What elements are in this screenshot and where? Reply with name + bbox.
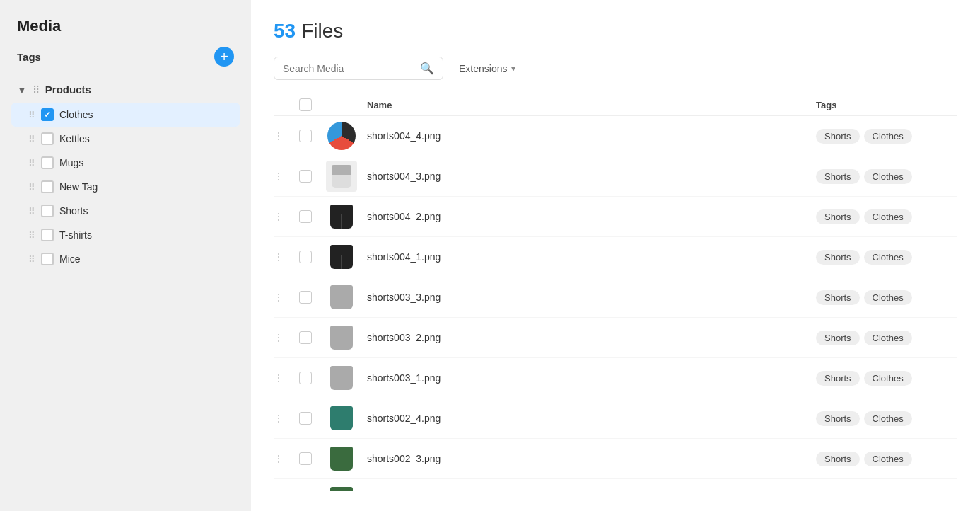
sidebar-item-new-tag[interactable]: ⠿ New Tag	[11, 175, 240, 199]
row-drag-handle[interactable]: ⋮	[274, 332, 293, 343]
row-drag-handle[interactable]: ⋮	[274, 211, 293, 222]
row-drag-handle[interactable]: ⋮	[274, 130, 293, 142]
header-checkbox-spacer	[299, 98, 319, 111]
chevron-down-icon: ▼	[17, 84, 27, 96]
sidebar-item-mice[interactable]: ⠿ Mice	[11, 247, 240, 271]
table-row: ⋮ shorts004_1.png ShortsClothes	[274, 237, 957, 277]
drag-handle-icon: ⠿	[28, 158, 35, 168]
toolbar: 🔍 Extensions ▾	[274, 57, 957, 80]
extensions-button[interactable]: Extensions ▾	[452, 59, 523, 79]
tag-pills: ShortsClothes	[816, 452, 957, 466]
tag-label-mugs: Mugs	[59, 157, 83, 168]
table-row: ⋮ shorts002_2.png ShortsClothes	[274, 479, 957, 491]
table-row: ⋮ shorts002_3.png ShortsClothes	[274, 439, 957, 479]
table-row: ⋮ shorts004_3.png ShortsClothes	[274, 156, 957, 197]
row-drag-handle[interactable]: ⋮	[274, 372, 293, 384]
row-checkbox[interactable]	[299, 372, 312, 384]
tag-pill: Shorts	[816, 331, 860, 345]
file-rows: ⋮ shorts004_4.png ShortsClothes ⋮ shorts…	[274, 116, 957, 491]
row-drag-handle[interactable]: ⋮	[274, 171, 293, 182]
file-name: shorts004_2.png	[367, 211, 810, 222]
tag-label-t-shirts: T-shirts	[59, 229, 92, 241]
file-thumbnail	[325, 482, 358, 491]
tag-checkbox-kettles[interactable]	[41, 132, 54, 145]
file-thumbnail	[325, 442, 358, 476]
sidebar-item-clothes[interactable]: ⠿ Clothes	[11, 103, 240, 127]
file-thumbnail	[325, 401, 358, 435]
tag-checkbox-shorts[interactable]	[41, 205, 54, 217]
tag-checkbox-new-tag[interactable]	[41, 180, 54, 193]
tag-pill: Shorts	[816, 290, 860, 305]
table-row: ⋮ shorts004_4.png ShortsClothes	[274, 116, 957, 156]
tag-label-mice: Mice	[59, 253, 81, 265]
table-row: ⋮ shorts003_1.png ShortsClothes	[274, 358, 957, 398]
file-name: shorts004_3.png	[367, 171, 810, 182]
sidebar-item-shorts[interactable]: ⠿ Shorts	[11, 199, 240, 223]
table-header: Name Tags	[274, 94, 957, 116]
tag-label-clothes: Clothes	[59, 109, 93, 120]
row-drag-handle[interactable]: ⋮	[274, 453, 293, 464]
file-name: shorts003_2.png	[367, 332, 810, 343]
file-thumbnail	[325, 240, 358, 274]
search-box: 🔍	[274, 57, 443, 80]
tag-pill: Shorts	[816, 129, 860, 144]
tag-checkbox-clothes[interactable]	[41, 108, 54, 121]
tag-checkbox-mice[interactable]	[41, 253, 54, 265]
tag-pills: ShortsClothes	[816, 290, 957, 305]
file-table: Name Tags ⋮ shorts004_4.png ShortsClothe…	[274, 94, 957, 491]
row-drag-handle[interactable]: ⋮	[274, 251, 293, 263]
sidebar-item-mugs[interactable]: ⠿ Mugs	[11, 151, 240, 175]
tag-pill: Shorts	[816, 371, 860, 386]
sidebar-title: Media	[11, 17, 240, 35]
search-icon: 🔍	[420, 62, 434, 75]
add-tag-button[interactable]: +	[214, 47, 234, 67]
tag-pill: Clothes	[864, 331, 912, 345]
products-label: Products	[45, 84, 91, 96]
tag-label-new-tag: New Tag	[59, 181, 98, 193]
table-row: ⋮ shorts002_4.png ShortsClothes	[274, 398, 957, 439]
tag-checkbox-t-shirts[interactable]	[41, 229, 54, 241]
main-header: 53 Files	[274, 20, 957, 42]
tag-pill: Clothes	[864, 371, 912, 386]
file-name: shorts004_1.png	[367, 251, 810, 263]
row-checkbox[interactable]	[299, 130, 312, 142]
table-row: ⋮ shorts004_2.png ShortsClothes	[274, 197, 957, 237]
tag-pills: ShortsClothes	[816, 331, 957, 345]
row-checkbox[interactable]	[299, 412, 312, 425]
file-name: shorts003_1.png	[367, 372, 810, 384]
select-all-checkbox[interactable]	[299, 98, 312, 111]
tag-pill: Clothes	[864, 411, 912, 426]
tag-checkbox-mugs[interactable]	[41, 156, 54, 169]
row-checkbox[interactable]	[299, 251, 312, 263]
file-thumbnail	[325, 200, 358, 234]
file-name: shorts002_3.png	[367, 453, 810, 464]
drag-handle-icon: ⠿	[28, 254, 35, 265]
row-drag-handle[interactable]: ⋮	[274, 292, 293, 303]
drag-handle-icon: ⠿	[33, 84, 40, 96]
drag-handle-icon: ⠿	[28, 110, 35, 120]
row-drag-handle[interactable]: ⋮	[274, 413, 293, 424]
drag-handle-icon: ⠿	[28, 182, 35, 193]
products-section: ▼ ⠿ Products ⠿ Clothes ⠿ Kettles ⠿ Mugs …	[11, 78, 240, 271]
file-name: shorts002_4.png	[367, 413, 810, 424]
products-header[interactable]: ▼ ⠿ Products	[11, 78, 240, 101]
row-checkbox[interactable]	[299, 210, 312, 223]
drag-handle-icon: ⠿	[28, 230, 35, 241]
tag-list: ⠿ Clothes ⠿ Kettles ⠿ Mugs ⠿ New Tag ⠿ S…	[11, 103, 240, 271]
table-row: ⋮ shorts003_3.png ShortsClothes	[274, 277, 957, 318]
chevron-down-icon: ▾	[511, 64, 515, 74]
file-name: shorts003_3.png	[367, 292, 810, 303]
extensions-label: Extensions	[459, 63, 507, 74]
row-checkbox[interactable]	[299, 452, 312, 465]
sidebar-item-t-shirts[interactable]: ⠿ T-shirts	[11, 223, 240, 247]
tag-label-kettles: Kettles	[59, 133, 90, 144]
row-checkbox[interactable]	[299, 291, 312, 304]
row-checkbox[interactable]	[299, 170, 312, 183]
search-input[interactable]	[283, 63, 414, 74]
tag-pills: ShortsClothes	[816, 371, 957, 386]
sidebar-item-kettles[interactable]: ⠿ Kettles	[11, 127, 240, 151]
row-checkbox[interactable]	[299, 331, 312, 344]
table-row: ⋮ shorts003_2.png ShortsClothes	[274, 318, 957, 358]
tag-pill: Clothes	[864, 129, 912, 144]
tags-label: Tags	[17, 51, 41, 63]
